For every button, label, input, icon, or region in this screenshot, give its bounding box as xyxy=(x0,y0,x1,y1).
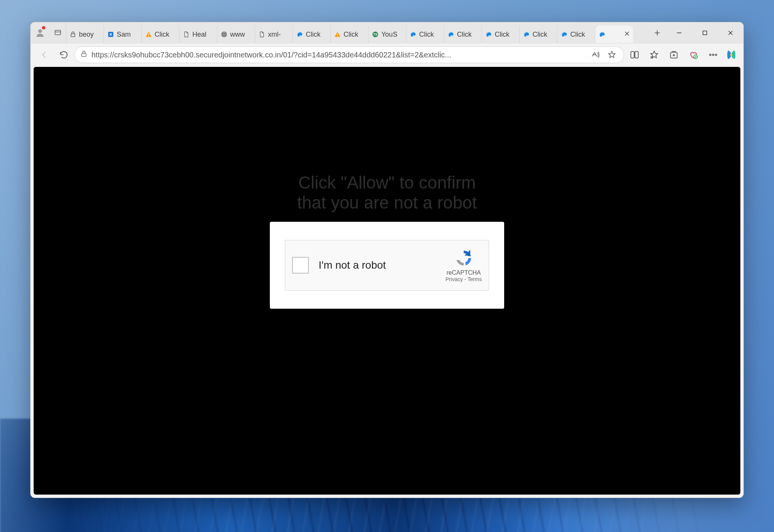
tab-favicon-icon xyxy=(220,31,228,38)
browser-essentials-button[interactable] xyxy=(684,46,703,64)
tab[interactable]: www xyxy=(217,26,255,43)
heading-line: Click "Allow" to confirm xyxy=(34,173,740,193)
svg-rect-29 xyxy=(631,51,634,58)
tab-favicon-icon xyxy=(145,31,152,38)
tab[interactable]: Click xyxy=(482,26,520,43)
tab-favicon-icon xyxy=(258,31,266,38)
tab-favicon-icon xyxy=(598,31,606,38)
tab-favicon-icon xyxy=(523,31,530,38)
tab-favicon-icon xyxy=(485,31,492,38)
tab-favicon-icon: TS xyxy=(372,31,379,38)
svg-point-38 xyxy=(712,54,714,56)
tab-label: YouS xyxy=(381,31,397,39)
tab-label: xml- xyxy=(268,31,281,39)
tab-label: Click xyxy=(155,31,169,39)
tab[interactable]: Click xyxy=(444,26,482,43)
tab-label: Click xyxy=(457,31,472,39)
svg-point-37 xyxy=(709,54,711,56)
notification-dot-icon xyxy=(42,26,45,29)
close-tab-button[interactable] xyxy=(624,31,630,39)
svg-rect-3 xyxy=(71,34,75,37)
recaptcha-widget[interactable]: I'm not a robot reCAPTCHA Privacy - Term… xyxy=(285,240,489,291)
heading-line: that you are not a robot xyxy=(34,193,740,213)
url-text: https://crsks9ohubcc73cebh00.securedjoin… xyxy=(91,51,585,59)
tab-favicon-icon xyxy=(334,31,341,38)
page-heading: Click "Allow" to confirm that you are no… xyxy=(34,173,740,213)
tab-label: Click xyxy=(495,31,509,39)
recaptcha-brand: reCAPTCHA xyxy=(446,269,482,276)
tab-label: Click xyxy=(344,31,358,39)
browser-window: beoySamClickHealwwwxml-ClickClickTSYouSC… xyxy=(30,22,744,498)
refresh-button[interactable] xyxy=(55,46,73,64)
tab-favicon-icon xyxy=(183,31,190,38)
recaptcha-terms-link[interactable]: Terms xyxy=(467,276,482,282)
tab-favicon-icon xyxy=(296,31,303,38)
copilot-button[interactable] xyxy=(724,47,739,62)
read-aloud-button[interactable] xyxy=(589,50,602,59)
tab-label: www xyxy=(230,31,245,39)
favorite-button[interactable] xyxy=(605,50,618,59)
tab-label: Click xyxy=(419,31,434,39)
recaptcha-label: I'm not a robot xyxy=(319,259,386,271)
svg-rect-1 xyxy=(55,30,60,35)
tab-label: Heal xyxy=(192,31,206,39)
tab-favicon-icon xyxy=(409,31,417,38)
window-controls xyxy=(666,22,743,43)
tab-strip: beoySamClickHealwwwxml-ClickClickTSYouSC… xyxy=(66,22,648,43)
tab-favicon-icon xyxy=(69,31,77,38)
settings-menu-button[interactable] xyxy=(704,46,722,64)
tab[interactable] xyxy=(595,26,633,43)
tab-label: beoy xyxy=(79,31,94,39)
svg-rect-30 xyxy=(635,51,638,58)
svg-point-6 xyxy=(148,36,149,36)
page-content: Click "Allow" to confirm that you are no… xyxy=(34,67,740,495)
tab-favicon-icon xyxy=(447,31,455,38)
recaptcha-privacy-link[interactable]: Privacy xyxy=(446,276,463,282)
new-tab-button[interactable] xyxy=(648,22,666,43)
tab-actions-button[interactable] xyxy=(50,22,66,43)
address-bar[interactable]: https://crsks9ohubcc73cebh00.securedjoin… xyxy=(74,46,624,63)
tab[interactable]: Click xyxy=(293,26,331,43)
tab[interactable]: Click xyxy=(557,26,595,43)
svg-point-0 xyxy=(38,29,42,33)
tab[interactable]: Sam xyxy=(104,26,142,43)
tab[interactable]: Click xyxy=(331,26,368,43)
svg-point-11 xyxy=(337,36,338,36)
tab[interactable]: Click xyxy=(142,26,180,43)
back-button[interactable] xyxy=(35,46,53,64)
recaptcha-checkbox[interactable] xyxy=(292,257,309,274)
lock-icon xyxy=(80,50,88,60)
svg-point-40 xyxy=(730,54,732,56)
split-screen-button[interactable] xyxy=(625,46,644,64)
tab-label: Click xyxy=(570,31,585,39)
profile-button[interactable] xyxy=(31,22,50,43)
svg-text:TS: TS xyxy=(373,33,378,36)
recaptcha-icon xyxy=(453,248,475,268)
svg-point-39 xyxy=(715,54,717,56)
toolbar: https://crsks9ohubcc73cebh00.securedjoin… xyxy=(31,43,743,66)
favorites-button[interactable] xyxy=(645,46,663,64)
tab[interactable]: Heal xyxy=(180,26,217,43)
tab[interactable]: TSYouS xyxy=(368,26,406,43)
maximize-button[interactable] xyxy=(692,22,718,43)
tab[interactable]: Click xyxy=(520,26,557,43)
titlebar: beoySamClickHealwwwxml-ClickClickTSYouSC… xyxy=(31,22,743,43)
svg-rect-28 xyxy=(82,53,86,56)
tab[interactable]: Click xyxy=(406,26,444,43)
svg-rect-25 xyxy=(703,31,707,35)
minimize-button[interactable] xyxy=(666,22,692,43)
recaptcha-badge: reCAPTCHA Privacy - Terms xyxy=(446,248,482,282)
tab-label: Click xyxy=(533,31,547,39)
tab-label: Sam xyxy=(117,31,131,39)
captcha-card: I'm not a robot reCAPTCHA Privacy - Term… xyxy=(270,222,504,309)
tab-favicon-icon xyxy=(107,31,115,38)
tab[interactable]: xml- xyxy=(255,26,293,43)
tab-favicon-icon xyxy=(560,31,568,38)
close-window-button[interactable] xyxy=(718,22,743,43)
tab[interactable]: beoy xyxy=(66,26,104,43)
collections-button[interactable] xyxy=(665,46,683,64)
tab-label: Click xyxy=(306,31,320,39)
